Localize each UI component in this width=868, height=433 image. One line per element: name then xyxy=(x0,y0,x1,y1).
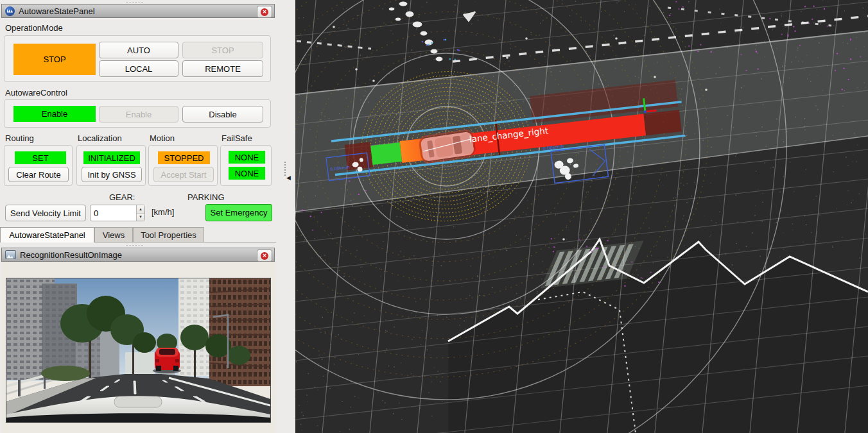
stop-button-disabled[interactable]: STOP xyxy=(182,42,263,58)
autoware-logo-icon xyxy=(5,6,15,16)
motion-group: STOPPED Accept Start xyxy=(148,145,218,186)
gear-value: PARKING xyxy=(187,192,225,202)
send-velocity-limit-button[interactable]: Send Velocity Limit xyxy=(5,205,86,221)
autoware-control-label: AutowareControl xyxy=(5,88,67,98)
disable-button[interactable]: Disable xyxy=(182,106,263,123)
state-panel-title: AutowareStatePanel xyxy=(19,6,95,16)
operation-mode-label: OperationMode xyxy=(5,23,63,33)
accept-start-button-disabled[interactable]: Accept Start xyxy=(153,167,214,182)
rviz-3d-viewport[interactable]: lane_change_right 0.00km/h 0.00km/h xyxy=(295,0,868,433)
routing-status-badge: SET xyxy=(15,151,66,164)
path-beyond-goal xyxy=(643,110,681,135)
set-emergency-button[interactable]: Set Emergency xyxy=(205,204,272,221)
splitter-handle[interactable] xyxy=(284,162,288,176)
enable-button-disabled[interactable]: Enable xyxy=(99,106,178,123)
image-panel-title: RecognitionResultOnImage xyxy=(20,250,122,260)
failsafe-group: NONE NONE xyxy=(220,145,272,186)
routing-label: Routing xyxy=(5,133,34,143)
close-icon: ✕ xyxy=(261,252,268,260)
init-by-gnss-button[interactable]: Init by GNSS xyxy=(82,167,142,182)
left-dock: ······ AutowareStatePanel ✕ OperationMod… xyxy=(0,0,295,433)
state-panel-titlebar[interactable]: AutowareStatePanel ✕ xyxy=(1,4,275,18)
auto-button[interactable]: AUTO xyxy=(99,42,178,58)
operation-mode-current-stop: STOP xyxy=(13,44,96,75)
image-panel-titlebar[interactable]: RecognitionResultOnImage ✕ xyxy=(1,248,275,262)
trajectory-green-segment xyxy=(370,142,402,165)
local-button[interactable]: LOCAL xyxy=(99,60,178,77)
failsafe-status-badge-bottom: NONE xyxy=(229,167,265,180)
spin-up-button[interactable]: ▲ xyxy=(137,205,144,214)
localization-group: INITIALIZED Init by GNSS xyxy=(76,145,146,186)
failsafe-status-badge-top: NONE xyxy=(229,151,265,164)
tab-autoware-state-panel[interactable]: AutowareStatePanel xyxy=(0,227,94,242)
routing-group: SET Clear Route xyxy=(4,145,73,186)
remote-button[interactable]: REMOTE xyxy=(182,60,263,77)
rviz-window: ······ AutowareStatePanel ✕ OperationMod… xyxy=(0,0,868,433)
spin-down-button[interactable]: ▼ xyxy=(137,214,144,221)
tab-tool-properties[interactable]: Tool Properties xyxy=(133,227,204,242)
image-panel-close-button[interactable]: ✕ xyxy=(257,250,272,262)
clear-route-button[interactable]: Clear Route xyxy=(8,167,69,182)
operation-mode-group: STOP AUTO STOP LOCAL REMOTE xyxy=(4,35,271,82)
motion-status-badge: STOPPED xyxy=(158,151,210,164)
localization-status-badge: INITIALIZED xyxy=(83,151,140,164)
control-enable-active: Enable xyxy=(13,106,96,122)
autoware-control-group: Enable Enable Disable xyxy=(4,99,271,128)
image-panel-icon xyxy=(5,250,16,259)
gear-label: GEAR: xyxy=(109,192,135,202)
velocity-input[interactable] xyxy=(91,205,136,221)
failsafe-label: FailSafe xyxy=(221,133,252,143)
camera-image xyxy=(6,278,271,423)
kmh-unit-label: [km/h] xyxy=(152,207,174,217)
close-icon: ✕ xyxy=(261,8,268,16)
tab-views[interactable]: Views xyxy=(94,227,133,242)
panel-drag-handle-2[interactable]: ······ xyxy=(126,243,144,247)
camera-red-car xyxy=(153,348,181,373)
collapse-left-icon[interactable]: ◀ xyxy=(286,174,291,181)
motion-label: Motion xyxy=(150,133,175,143)
close-button[interactable]: ✕ xyxy=(257,6,272,18)
velocity-spinbox: ▲ ▼ xyxy=(90,205,145,221)
localization-label: Localization xyxy=(78,133,122,143)
